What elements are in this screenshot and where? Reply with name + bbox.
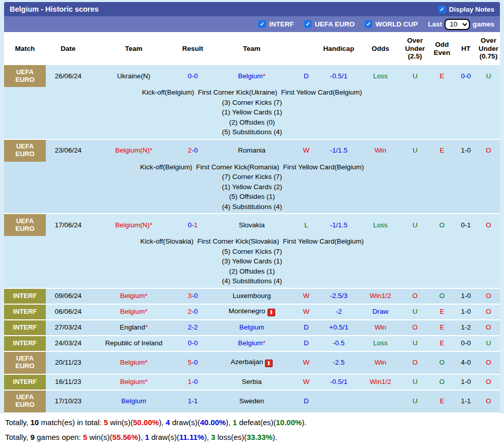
wdl-cell: W (295, 359, 317, 367)
table-row: INTERF06/06/24Belgium*2-0MontenegroW-2Dr… (4, 305, 500, 319)
team-name: Belgium (120, 359, 145, 366)
wdl-cell: D (295, 339, 317, 347)
odd-even-cell: E (429, 146, 455, 155)
competition-badge: INTERF (4, 305, 46, 319)
team-name: Sweden (240, 397, 264, 405)
summary-totals: Totally, 10 match(es) in total: 5 win(s)… (0, 413, 504, 447)
over-under-075-cell: O (477, 378, 500, 386)
table-body: UEFA EURO26/06/24Ukraine(N)0-0Belgium*D-… (4, 65, 500, 413)
home-team-cell: Belgium* (91, 292, 177, 300)
ht-cell: 1-0 (455, 308, 477, 316)
team-name: Belgium (238, 72, 263, 80)
summary-segment: ), (159, 418, 165, 427)
filter-checkbox-world-cup[interactable]: ✓ WORLD CUP (365, 20, 418, 28)
checkbox-checked-icon[interactable]: ✓ (258, 20, 266, 28)
date-cell: 09/06/24 (46, 292, 91, 300)
red-card-bar (268, 361, 270, 365)
handicap-cell: -2.5/3 (317, 292, 360, 300)
odds-cell: Draw (360, 308, 401, 316)
result-cell: 0-1 (177, 221, 209, 229)
summary-line: Totally, 3 game(s) over, 7 game(s) under… (5, 444, 504, 447)
handicap-cell: -1/1.5 (317, 146, 360, 155)
match-row-group: INTERF09/06/24Belgium*3-0LuxembourgW-2.5… (4, 289, 500, 305)
checkbox-checked-icon[interactable]: ✓ (438, 6, 446, 13)
over-under-075-cell: O (477, 221, 500, 229)
games-count-select[interactable]: 10 (444, 19, 470, 30)
over-under-25-cell: U (401, 221, 429, 229)
date-cell: 16/11/23 (46, 378, 91, 386)
result-cell: 0-0 (177, 72, 209, 80)
competition-badge: INTERF (4, 375, 46, 390)
filter-checkbox-interf[interactable]: ✓ INTERF (258, 20, 294, 28)
match-notes: Kick-off(Slovakia) First Corner Kick(Slo… (4, 236, 500, 288)
away-team-cell: Azerbaijan (209, 358, 295, 367)
table-row: INTERF24/03/24Republic of Ireland0-0Belg… (4, 336, 500, 351)
over-under-25-cell: O (401, 323, 429, 332)
team-name: Republic of Ireland (105, 339, 163, 347)
home-score: 3 (188, 292, 192, 300)
focus-star: * (145, 359, 147, 366)
table-row: UEFA EURO17/10/23Belgium1-1SwedenDUE1-1O (4, 391, 500, 412)
competition-badge: UEFA EURO (4, 352, 46, 374)
note-line: (4) Substitutions (4) (4, 276, 500, 286)
summary-segment: ), (138, 433, 145, 441)
wdl-cell: D (295, 72, 317, 80)
over-under-075-cell: O (477, 292, 500, 300)
summary-segment: ). (273, 433, 277, 441)
match-cell: UEFA EURO (4, 391, 46, 412)
competition-badge: INTERF (4, 320, 46, 335)
date-cell: 24/03/24 (46, 339, 91, 347)
team-name: Belgium (120, 308, 145, 315)
home-score: 2 (188, 146, 192, 154)
team-name: England (120, 323, 145, 331)
historic-scores-panel: Belgium - Historic scores ✓ Display Note… (0, 0, 504, 447)
away-score: 1 (194, 397, 198, 405)
focus-star: * (145, 323, 147, 331)
header-over-under-075: Over Under (0.75) (477, 37, 500, 61)
filter-checkbox-uefa-euro[interactable]: ✓ UEFA EURO (304, 20, 354, 28)
home-team-cell: Ukraine(N) (91, 72, 177, 80)
home-team-cell: England* (91, 323, 177, 332)
match-row-group: INTERF06/06/24Belgium*2-0MontenegroW-2Dr… (4, 305, 500, 320)
wdl-cell: W (295, 378, 317, 386)
away-team-cell: Sweden (209, 397, 295, 405)
over-under-075-cell: O (477, 146, 500, 155)
home-team-cell: Belgium(N)* (91, 221, 177, 229)
summary-segment: draw(s)( (149, 433, 179, 441)
display-notes-toggle[interactable]: ✓ Display Notes (438, 6, 494, 13)
over-under-075-cell: O (477, 323, 500, 332)
checkbox-checked-icon[interactable]: ✓ (304, 20, 312, 28)
team-name: Slovakia (239, 221, 264, 229)
competition-badge: UEFA EURO (4, 65, 46, 87)
match-notes: Kick-off(Belgium) First Corner Kick(Roma… (4, 162, 500, 214)
summary-segment: 9 (31, 433, 35, 441)
summary-segment: 50.00% (133, 418, 159, 427)
checkbox-checked-icon[interactable]: ✓ (365, 20, 372, 28)
over-under-075-cell: U (477, 339, 500, 347)
odds-cell: Win (360, 323, 401, 332)
home-score: 0 (188, 339, 192, 347)
odd-even-cell: O (429, 221, 455, 229)
team-name: Belgium (120, 378, 145, 385)
handicap-cell: +0.5/1 (317, 323, 360, 332)
match-cell: INTERF (4, 320, 46, 335)
note-line: (3) Yellow Cards (1) (4, 256, 500, 266)
competition-badge: UEFA EURO (4, 214, 46, 236)
date-cell: 27/03/24 (46, 323, 91, 332)
match-cell: UEFA EURO (4, 214, 46, 236)
summary-segment: games open: (35, 433, 83, 441)
note-line: Kick-off(Belgium) First Corner Kick(Roma… (4, 162, 500, 172)
result-cell: 1-1 (177, 397, 209, 405)
ht-cell: 1-1 (455, 397, 477, 405)
odds-cell: Loss (360, 221, 401, 229)
team-name: Belgium(N) (115, 221, 150, 229)
summary-segment: win(s)( (108, 418, 133, 427)
page-title: Belgium - Historic scores (10, 5, 99, 13)
match-row-group: UEFA EURO17/10/23Belgium1-1SwedenDUE1-1O (4, 391, 500, 413)
summary-segment: 5 (83, 433, 87, 441)
games-label: games (472, 20, 494, 28)
competition-badge: INTERF (4, 336, 46, 351)
summary-segment: ), (226, 418, 232, 427)
ht-cell: 1-0 (455, 146, 477, 155)
match-cell: UEFA EURO (4, 352, 46, 374)
